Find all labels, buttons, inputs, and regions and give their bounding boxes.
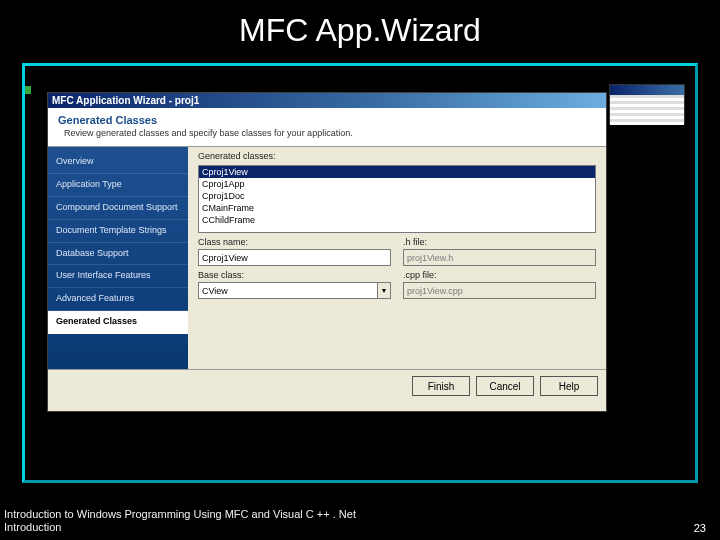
cancel-button[interactable]: Cancel [476,376,534,396]
footer-text-line2: Introduction [4,521,356,534]
list-item[interactable]: Cproj1View [199,166,595,178]
list-item[interactable]: Cproj1App [199,178,595,190]
list-item[interactable]: CChildFrame [199,214,595,226]
preview-titlebar [610,85,684,95]
footer-text-line1: Introduction to Windows Programming Usin… [4,508,356,521]
hfile-input: proj1View.h [403,249,596,266]
nav-overview[interactable]: Overview [48,151,188,174]
page-number: 23 [694,522,716,534]
wizard-footer: Finish Cancel Help [48,369,606,402]
chevron-down-icon[interactable]: ▼ [377,282,391,299]
label-generated-classes: Generated classes: [198,151,596,161]
preview-body [610,95,684,125]
classname-input[interactable]: Cproj1View [198,249,391,266]
label-baseclass: Base class: [198,270,391,280]
label-hfile: .h file: [403,237,596,247]
label-classname: Class name: [198,237,391,247]
label-cppfile: .cpp file: [403,270,596,280]
wizard-main: Generated classes: Cproj1View Cproj1App … [188,147,606,369]
baseclass-combobox[interactable]: CView ▼ [198,282,391,299]
help-button[interactable]: Help [540,376,598,396]
preview-window [609,84,685,124]
finish-button[interactable]: Finish [412,376,470,396]
nav-advanced[interactable]: Advanced Features [48,288,188,311]
slide-title: MFC App.Wizard [0,0,720,55]
nav-generated-classes[interactable]: Generated Classes [48,311,188,334]
wizard-header: Generated Classes Review generated class… [48,108,606,147]
nav-app-type[interactable]: Application Type [48,174,188,197]
baseclass-value[interactable]: CView [198,282,377,299]
wizard-header-title: Generated Classes [58,114,596,126]
generated-classes-listbox[interactable]: Cproj1View Cproj1App Cproj1Doc CMainFram… [198,165,596,233]
wizard-titlebar: MFC Application Wizard - proj1 [48,93,606,108]
bullet-accent [25,86,31,94]
wizard-dialog: MFC Application Wizard - proj1 Generated… [47,92,607,412]
wizard-title-text: MFC Application Wizard - proj1 [52,95,199,106]
nav-ui-features[interactable]: User Interface Features [48,265,188,288]
slide-body: MFC Application Wizard - proj1 Generated… [22,63,698,483]
list-item[interactable]: Cproj1Doc [199,190,595,202]
nav-doc-template[interactable]: Document Template Strings [48,220,188,243]
wizard-header-subtitle: Review generated classes and specify bas… [58,126,596,138]
list-item[interactable]: CMainFrame [199,202,595,214]
nav-database[interactable]: Database Support [48,243,188,266]
slide-footer: Introduction to Windows Programming Usin… [4,508,716,534]
nav-compound-doc[interactable]: Compound Document Support [48,197,188,220]
cppfile-input: proj1View.cpp [403,282,596,299]
wizard-nav: Overview Application Type Compound Docum… [48,147,188,369]
